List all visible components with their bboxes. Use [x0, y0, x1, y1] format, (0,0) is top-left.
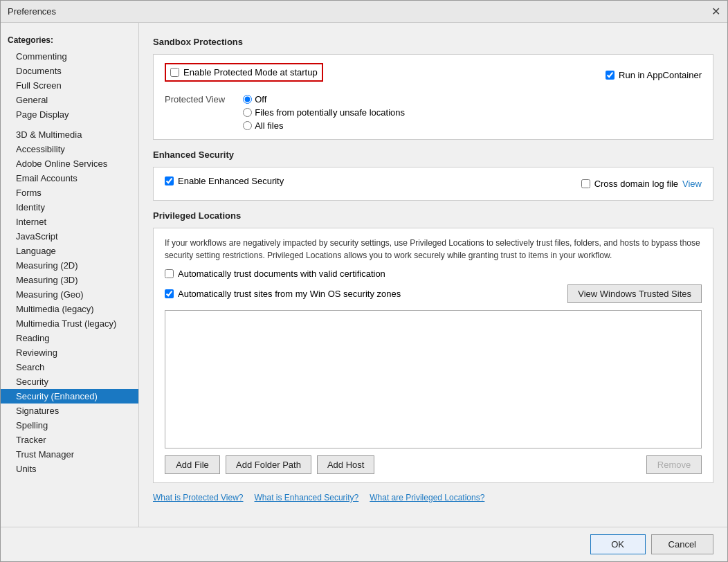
- privileged-description: If your workflows are negatively impacte…: [165, 237, 702, 262]
- sandbox-top-row: Enable Protected Mode at startup Run in …: [165, 63, 702, 87]
- auto-trust-sites-checkbox[interactable]: [165, 289, 174, 298]
- main-content: Sandbox Protections Enable Protected Mod…: [139, 23, 727, 527]
- help-links: What is Protected View? What is Enhanced…: [153, 493, 713, 502]
- sidebar-item-measuring-2d[interactable]: Measuring (2D): [1, 258, 138, 273]
- pv-off-radio[interactable]: [243, 95, 252, 104]
- auto-trust-cert-checkbox[interactable]: [165, 269, 174, 278]
- dialog-title: Preferences: [8, 6, 56, 17]
- auto-trust-sites-label[interactable]: Automatically trust sites from my Win OS…: [178, 289, 401, 299]
- pv-row: Protected View Off Files from potentiall…: [165, 94, 702, 131]
- pv-all-radio[interactable]: [243, 121, 252, 130]
- pv-off-label[interactable]: Off: [255, 94, 266, 105]
- sidebar-item-measuring-3d[interactable]: Measuring (3D): [1, 273, 138, 287]
- protected-view-section: Protected View Off Files from potentiall…: [165, 94, 702, 131]
- enable-enhanced-checkbox-row: Enable Enhanced Security: [165, 176, 284, 186]
- remove-button[interactable]: Remove: [646, 455, 702, 474]
- cancel-button[interactable]: Cancel: [651, 534, 713, 554]
- add-file-button[interactable]: Add File: [165, 455, 220, 474]
- enhanced-security-box: Enable Enhanced Security Cross domain lo…: [153, 167, 713, 201]
- sandbox-section-title: Sandbox Protections: [153, 37, 713, 47]
- sidebar-item-search[interactable]: Search: [1, 360, 138, 374]
- sidebar-item-identity[interactable]: Identity: [1, 200, 138, 215]
- add-folder-button[interactable]: Add Folder Path: [226, 455, 311, 474]
- pv-all-row: All files: [243, 120, 405, 131]
- cross-domain-row: Cross domain log file View: [581, 179, 702, 189]
- sidebar-item-commenting[interactable]: Commenting: [1, 49, 138, 64]
- preferences-dialog: Preferences ✕ Categories: Commenting Doc…: [0, 0, 728, 562]
- enable-enhanced-checkbox[interactable]: [165, 176, 174, 185]
- sidebar-item-internet[interactable]: Internet: [1, 215, 138, 229]
- pv-all-label[interactable]: All files: [255, 120, 283, 131]
- sidebar-item-email-accounts[interactable]: Email Accounts: [1, 171, 138, 185]
- ok-button[interactable]: OK: [590, 534, 646, 554]
- sandbox-box: Enable Protected Mode at startup Run in …: [153, 54, 713, 140]
- auto-trust-cert-row: Automatically trust documents with valid…: [165, 269, 702, 279]
- view-link[interactable]: View: [682, 179, 702, 189]
- run-in-appcontainer-checkbox[interactable]: [606, 71, 615, 80]
- enhanced-security-title: Enhanced Security: [153, 149, 713, 160]
- sidebar-item-general[interactable]: General: [1, 93, 138, 107]
- sidebar-item-adobe-online[interactable]: Adobe Online Services: [1, 156, 138, 171]
- sidebar-item-reviewing[interactable]: Reviewing: [1, 345, 138, 360]
- enable-protected-mode-label[interactable]: Enable Protected Mode at startup: [183, 67, 318, 78]
- pv-off-row: Off: [243, 94, 405, 105]
- sidebar-item-forms[interactable]: Forms: [1, 185, 138, 200]
- title-bar: Preferences ✕: [1, 1, 727, 23]
- sidebar-item-spelling[interactable]: Spelling: [1, 418, 138, 433]
- sidebar-item-full-screen[interactable]: Full Screen: [1, 78, 138, 93]
- pv-unsafe-label[interactable]: Files from potentially unsafe locations: [255, 107, 405, 118]
- pv-unsafe-row: Files from potentially unsafe locations: [243, 107, 405, 118]
- privileged-button-row: Add File Add Folder Path Add Host Remove: [165, 455, 702, 474]
- sidebar-item-language[interactable]: Language: [1, 244, 138, 258]
- sidebar-item-signatures[interactable]: Signatures: [1, 404, 138, 418]
- sidebar-item-3d-multimedia[interactable]: 3D & Multimedia: [1, 127, 138, 142]
- enable-enhanced-label[interactable]: Enable Enhanced Security: [178, 176, 284, 186]
- run-in-appcontainer-label[interactable]: Run in AppContainer: [619, 70, 702, 80]
- sidebar-item-page-display[interactable]: Page Display: [1, 107, 138, 122]
- dialog-body: Categories: Commenting Documents Full Sc…: [1, 23, 727, 527]
- enhanced-security-help-link[interactable]: What is Enhanced Security?: [255, 493, 359, 502]
- auto-trust-sites-checkbox-row: Automatically trust sites from my Win OS…: [165, 289, 401, 299]
- sidebar-item-documents[interactable]: Documents: [1, 64, 138, 78]
- enable-protected-mode-wrapper: Enable Protected Mode at startup: [165, 63, 323, 82]
- sidebar-item-reading[interactable]: Reading: [1, 331, 138, 345]
- auto-trust-sites-row: Automatically trust sites from my Win OS…: [165, 284, 702, 303]
- sidebar-categories-label: Categories:: [1, 31, 138, 49]
- sidebar: Categories: Commenting Documents Full Sc…: [1, 23, 139, 527]
- close-button[interactable]: ✕: [711, 6, 720, 17]
- sidebar-item-measuring-geo[interactable]: Measuring (Geo): [1, 287, 138, 302]
- cross-domain-label[interactable]: Cross domain log file: [594, 179, 678, 189]
- dialog-footer: OK Cancel: [1, 527, 727, 561]
- privileged-box: If your workflows are negatively impacte…: [153, 228, 713, 483]
- cross-domain-checkbox[interactable]: [581, 179, 590, 188]
- pv-radio-group: Off Files from potentially unsafe locati…: [243, 94, 405, 131]
- enable-protected-mode-checkbox[interactable]: [170, 68, 179, 77]
- auto-trust-cert-label[interactable]: Automatically trust documents with valid…: [178, 269, 385, 279]
- sidebar-item-javascript[interactable]: JavaScript: [1, 229, 138, 244]
- add-host-button[interactable]: Add Host: [317, 455, 374, 474]
- sidebar-item-multimedia-trust[interactable]: Multimedia Trust (legacy): [1, 316, 138, 331]
- sidebar-item-units[interactable]: Units: [1, 462, 138, 476]
- sidebar-item-security[interactable]: Security: [1, 374, 138, 389]
- privileged-locations-list: [165, 310, 702, 448]
- enhanced-security-row: Enable Enhanced Security Cross domain lo…: [165, 176, 702, 192]
- view-windows-trusted-sites-button[interactable]: View Windows Trusted Sites: [567, 284, 702, 303]
- sidebar-item-multimedia-legacy[interactable]: Multimedia (legacy): [1, 302, 138, 316]
- pv-unsafe-radio[interactable]: [243, 108, 252, 117]
- privileged-locations-help-link[interactable]: What are Privileged Locations?: [370, 493, 484, 502]
- protected-view-label: Protected View: [165, 94, 225, 105]
- sidebar-item-tracker[interactable]: Tracker: [1, 433, 138, 447]
- protected-view-help-link[interactable]: What is Protected View?: [153, 493, 244, 502]
- run-in-appcontainer-row: Run in AppContainer: [606, 70, 702, 80]
- privileged-locations-title: Privileged Locations: [153, 210, 713, 221]
- sidebar-item-security-enhanced[interactable]: Security (Enhanced): [1, 389, 138, 404]
- sidebar-item-trust-manager[interactable]: Trust Manager: [1, 447, 138, 462]
- sidebar-item-accessibility[interactable]: Accessibility: [1, 142, 138, 156]
